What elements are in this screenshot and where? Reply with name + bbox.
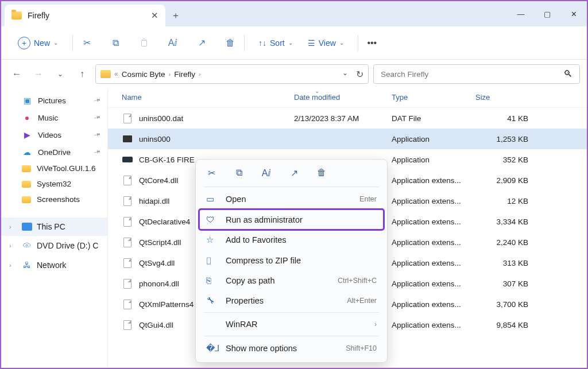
nav-pane: ▣Pictures📌︎ ●Music📌︎ ▶Videos📌︎ ☁OneDrive… <box>1 88 108 368</box>
network-icon: 🖧︎ <box>22 260 32 270</box>
recent-chevron[interactable]: ⌄ <box>52 70 69 78</box>
sidebar-item-music[interactable]: ●Music📌︎ <box>1 109 107 126</box>
maximize-button[interactable]: ▢ <box>534 1 560 26</box>
close-button[interactable]: ✕ <box>560 1 587 26</box>
shortcut-hint: Enter <box>359 195 377 203</box>
sidebar-item-onedrive[interactable]: ☁OneDrive📌︎ <box>1 143 107 161</box>
sort-button[interactable]: ↑↓ Sort ⌄ <box>253 35 299 51</box>
sidebar-item-pictures[interactable]: ▣Pictures📌︎ <box>1 92 107 109</box>
chevron-right-icon[interactable]: › <box>199 71 201 77</box>
view-label: View <box>319 38 336 48</box>
file-name: QtCore4.dll <box>139 176 178 185</box>
pictures-icon: ▣ <box>22 95 32 106</box>
file-type: Application <box>392 135 475 143</box>
sidebar-group-dvd[interactable]: ›💿︎DVD Drive (D:) C <box>1 236 107 255</box>
copy-icon[interactable]: ⧉ <box>233 166 245 179</box>
pin-icon: 📌︎ <box>92 147 102 157</box>
share-icon[interactable]: ↗ <box>288 166 300 179</box>
ctx-winrar[interactable]: WinRAR› <box>199 314 384 334</box>
col-date[interactable]: Date modified⌄ <box>294 93 392 102</box>
search-box[interactable]: 🔍︎ <box>373 64 580 84</box>
table-row[interactable]: unins000Application1,253 KB <box>108 129 587 149</box>
ctx-properties[interactable]: 🔧︎PropertiesAlt+Enter <box>199 290 384 310</box>
new-label: New <box>34 38 50 48</box>
rename-icon[interactable]: Aⅈ <box>167 37 179 49</box>
file-type: Application extens... <box>392 176 475 185</box>
overflow-chevron[interactable]: « <box>114 70 118 78</box>
breadcrumb-item[interactable]: Cosmic Byte <box>122 70 165 79</box>
sidebar-item-label: System32 <box>37 180 71 188</box>
window-tab[interactable]: Firefly ✕ <box>5 5 165 26</box>
minimize-button[interactable]: — <box>508 1 534 26</box>
up-button[interactable]: ↑ <box>74 69 91 79</box>
sidebar-group-thispc[interactable]: ›This PC <box>1 217 107 236</box>
sidebar-item-videos[interactable]: ▶Videos📌︎ <box>1 126 107 143</box>
chevron-right-icon[interactable]: › <box>9 242 17 249</box>
share-icon[interactable]: ↗ <box>196 37 207 49</box>
sidebar-group-network[interactable]: ›🖧︎Network <box>1 255 107 275</box>
more-icon[interactable]: ••• <box>366 37 378 49</box>
forward-button: → <box>30 69 47 79</box>
file-type-icon <box>122 196 133 206</box>
col-size[interactable]: Size <box>475 93 528 102</box>
chevron-right-icon[interactable]: › <box>9 262 17 269</box>
back-button[interactable]: ← <box>8 69 25 79</box>
path-icon: ⎘ <box>206 275 218 285</box>
copy-icon[interactable]: ⧉ <box>110 37 121 49</box>
chevron-right-icon[interactable]: › <box>168 71 171 77</box>
file-type: Application extens... <box>392 300 475 309</box>
file-type: Application extens... <box>392 321 475 329</box>
table-row[interactable]: unins000.dat2/13/2023 8:37 AMDAT File41 … <box>108 108 587 129</box>
separator <box>244 35 245 51</box>
file-name: CB-GK-16 FIRE <box>139 156 195 164</box>
sidebar-item-folder[interactable]: System32 <box>1 176 107 192</box>
ctx-label: Show more options <box>226 344 297 353</box>
ctx-run-as-admin[interactable]: 🛡︎Run as administrator <box>199 209 384 230</box>
zip-icon: ⌷ <box>206 255 218 265</box>
address-bar[interactable]: « Cosmic Byte › Firefly › ⌄ ↻ <box>95 64 369 84</box>
view-button[interactable]: ☰ View ⌄ <box>302 35 350 51</box>
close-tab-icon[interactable]: ✕ <box>151 10 158 21</box>
file-size: 2,909 KB <box>475 176 528 185</box>
file-date: 2/13/2023 8:37 AM <box>294 114 392 123</box>
ctx-label: Add to Favorites <box>226 235 287 244</box>
ctx-compress-zip[interactable]: ⌷Compress to ZIP file <box>199 250 384 270</box>
wrench-icon: 🔧︎ <box>206 296 218 305</box>
sidebar-item-folder[interactable]: Screenshots <box>1 192 107 207</box>
music-icon: ● <box>22 112 32 123</box>
refresh-icon[interactable]: ↻ <box>356 69 363 80</box>
chevron-right-icon[interactable]: › <box>9 223 17 230</box>
search-input[interactable] <box>381 70 563 79</box>
file-type-icon <box>122 299 133 309</box>
delete-icon[interactable]: 🗑︎ <box>225 37 236 49</box>
ctx-more-options[interactable]: �⅃Show more optionsShift+F10 <box>199 338 384 359</box>
folder-icon <box>11 11 22 20</box>
separator <box>204 336 379 336</box>
file-size: 12 KB <box>475 197 528 205</box>
rename-icon[interactable]: Aⅈ <box>260 166 273 179</box>
history-chevron-icon[interactable]: ⌄ <box>342 69 348 80</box>
sidebar-item-label: ViVeTool.GUI.1.6 <box>37 164 96 173</box>
cut-icon[interactable]: ✂ <box>205 166 218 179</box>
breadcrumb-item[interactable]: Firefly <box>174 70 195 79</box>
sidebar-item-label: OneDrive <box>38 148 71 157</box>
cut-icon[interactable]: ✂ <box>81 37 92 49</box>
new-button[interactable]: + New ⌄ <box>11 33 64 53</box>
sidebar-item-label: Network <box>37 261 66 270</box>
delete-icon[interactable]: 🗑︎ <box>315 166 328 179</box>
file-name: QtScript4.dll <box>139 238 181 247</box>
col-name[interactable]: Name <box>122 93 294 102</box>
chevron-down-icon: ⌄ <box>339 40 344 46</box>
new-tab-button[interactable]: ＋ <box>165 5 186 26</box>
ctx-add-favorites[interactable]: ☆Add to Favorites <box>199 230 384 250</box>
sidebar-item-folder[interactable]: ViVeTool.GUI.1.6 <box>1 161 107 176</box>
file-type-icon <box>122 154 133 165</box>
folder-icon <box>22 165 31 172</box>
pin-icon: 📌︎ <box>92 130 102 140</box>
ctx-copy-path[interactable]: ⎘Copy as pathCtrl+Shift+C <box>199 270 384 290</box>
col-type[interactable]: Type <box>392 93 475 102</box>
ctx-open[interactable]: ▭OpenEnter <box>199 189 384 209</box>
file-size: 307 KB <box>475 279 528 288</box>
search-icon[interactable]: 🔍︎ <box>563 69 572 79</box>
shield-icon: 🛡︎ <box>206 215 218 224</box>
